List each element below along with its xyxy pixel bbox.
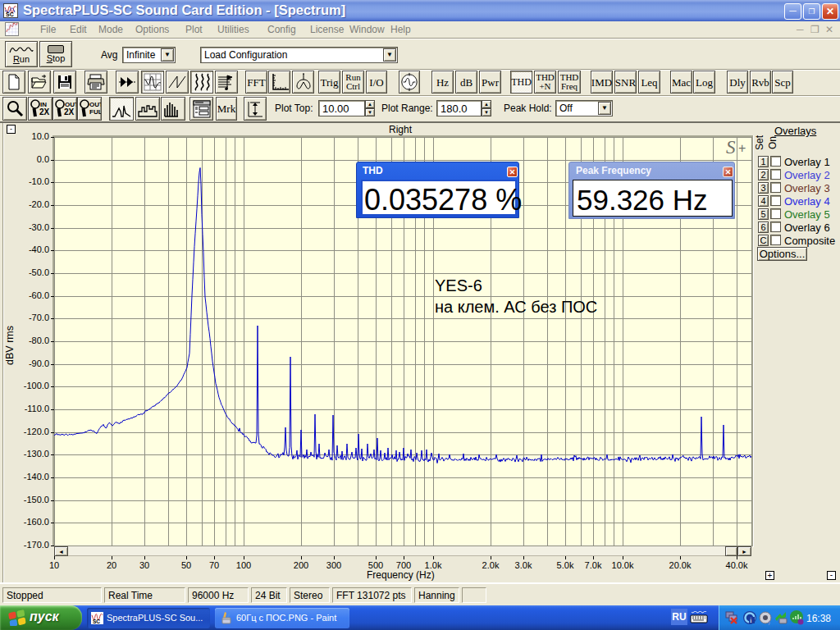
svg-text:Set: Set [755,135,765,150]
svg-text:SC: SC [93,619,100,624]
svg-text:On: On [767,136,778,149]
svg-text:dBV rms: dBV rms [4,326,16,365]
